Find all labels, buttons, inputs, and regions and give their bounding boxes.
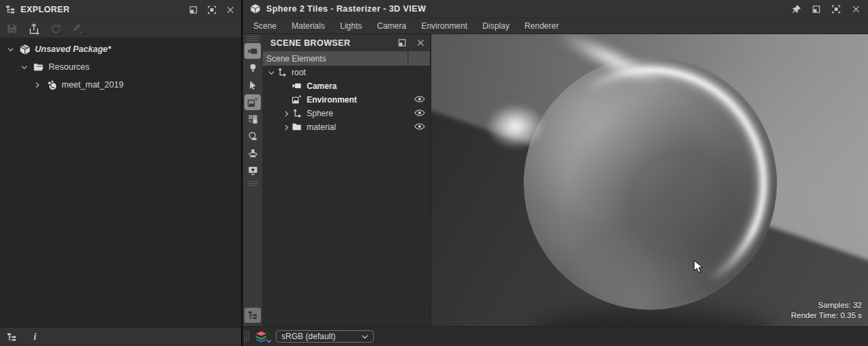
axes-icon bbox=[277, 67, 288, 78]
color-profile-value: sRGB (default) bbox=[281, 332, 357, 341]
sphere-geometry-icon[interactable] bbox=[244, 129, 261, 144]
explorer-toolbar bbox=[0, 19, 241, 38]
scene-browser-title: SCENE BROWSER bbox=[270, 38, 390, 48]
tree-item-label: Resources bbox=[49, 62, 90, 72]
scene-item-sphere[interactable]: Sphere bbox=[263, 107, 430, 120]
viewport-tool-column bbox=[243, 34, 262, 326]
3d-view-menubar: Scene Materials Lights Camera Environmen… bbox=[243, 18, 868, 34]
tree-view-icon bbox=[5, 5, 15, 14]
display-settings-icon[interactable] bbox=[244, 163, 261, 178]
menu-camera[interactable]: Camera bbox=[370, 18, 414, 34]
menu-display[interactable]: Display bbox=[475, 18, 517, 34]
scene-elements-column-header[interactable]: Scene Elements bbox=[263, 51, 430, 66]
chevron-down-icon[interactable] bbox=[5, 44, 15, 54]
restore-icon[interactable] bbox=[810, 3, 821, 14]
scene-browser-header: SCENE BROWSER bbox=[263, 34, 430, 51]
menu-renderer[interactable]: Renderer bbox=[517, 18, 566, 34]
rendered-sphere bbox=[524, 57, 777, 310]
chevron-down-icon[interactable] bbox=[266, 68, 277, 77]
eye-icon[interactable] bbox=[414, 95, 426, 105]
tree-item-label: meet_mat_2019 bbox=[62, 80, 123, 90]
import-package-icon[interactable] bbox=[26, 22, 41, 36]
restore-icon[interactable] bbox=[396, 38, 407, 49]
explorer-tree: Unsaved Package* Resources meet_mat_2019 bbox=[0, 38, 241, 327]
environment-image-icon bbox=[292, 94, 303, 105]
scene-item-label: root bbox=[292, 68, 426, 77]
menu-lights[interactable]: Lights bbox=[333, 18, 370, 34]
scene-item-root[interactable]: root bbox=[263, 66, 430, 79]
3d-view-title: Sphere 2 Tiles - Rasterizer - 3D VIEW bbox=[266, 4, 785, 14]
chevron-spacer bbox=[281, 95, 292, 105]
tree-view-icon[interactable] bbox=[5, 331, 18, 343]
open-folder-icon bbox=[33, 62, 44, 73]
mouse-cursor bbox=[693, 260, 704, 274]
menu-environment[interactable]: Environment bbox=[413, 18, 474, 34]
folder-icon bbox=[292, 122, 303, 133]
sphere-specular-hotspot bbox=[486, 104, 545, 149]
chevron-down-icon[interactable] bbox=[19, 62, 29, 72]
close-icon[interactable] bbox=[850, 3, 861, 14]
eye-icon[interactable] bbox=[414, 109, 426, 118]
pin-icon[interactable] bbox=[791, 3, 802, 14]
info-icon[interactable]: i bbox=[29, 331, 41, 343]
maximize-icon[interactable] bbox=[206, 4, 217, 15]
scene-item-label: Camera bbox=[307, 81, 426, 91]
render-stats: Samples: 32 Render Time: 0.35 s bbox=[791, 300, 862, 321]
cursor-icon[interactable] bbox=[244, 77, 261, 93]
sphere-rim-highlight bbox=[527, 60, 774, 306]
render-time-label: Render Time: 0.35 s bbox=[791, 310, 862, 321]
axes-icon bbox=[292, 108, 303, 119]
mannequin-icon[interactable] bbox=[244, 146, 261, 161]
color-layers-icon[interactable] bbox=[255, 330, 272, 343]
scene-browser-panel: SCENE BROWSER Scene Elements bbox=[262, 34, 430, 326]
scene-item-label: Sphere bbox=[307, 109, 414, 118]
camera-video-icon[interactable] bbox=[244, 43, 261, 59]
light-bulb-icon[interactable] bbox=[244, 60, 261, 76]
3d-view-window: Sphere 2 Tiles - Rasterizer - 3D VIEW Sc… bbox=[243, 0, 868, 346]
chevron-right-icon[interactable] bbox=[32, 80, 42, 90]
tree-item-meet-mat[interactable]: meet_mat_2019 bbox=[0, 76, 241, 94]
samples-label: Samples: 32 bbox=[791, 300, 862, 310]
restore-icon[interactable] bbox=[188, 4, 199, 15]
clean-icon[interactable] bbox=[70, 22, 85, 36]
chevron-right-icon[interactable] bbox=[281, 109, 292, 118]
save-icon[interactable] bbox=[4, 22, 19, 36]
close-icon[interactable] bbox=[415, 38, 426, 49]
tree-item-resources[interactable]: Resources bbox=[0, 58, 241, 76]
color-profile-select[interactable]: sRGB (default) bbox=[276, 330, 374, 343]
scene-item-label: Environment bbox=[307, 95, 414, 105]
explorer-panel: EXPLORER bbox=[0, 0, 241, 346]
tree-item-package[interactable]: Unsaved Package* bbox=[0, 40, 241, 58]
package-icon bbox=[19, 44, 31, 55]
drag-grip[interactable] bbox=[247, 36, 258, 41]
tree-view-icon[interactable] bbox=[244, 308, 261, 323]
maximize-icon[interactable] bbox=[830, 3, 841, 14]
scene-item-camera[interactable]: Camera bbox=[263, 79, 430, 93]
3d-viewport[interactable]: Samples: 32 Render Time: 0.35 s bbox=[430, 34, 868, 326]
visibility-column bbox=[409, 51, 430, 66]
3d-view-bottom-bar: sRGB (default) bbox=[243, 326, 868, 346]
explorer-title: EXPLORER bbox=[21, 5, 182, 14]
scene-item-material[interactable]: material bbox=[263, 120, 430, 134]
refresh-icon[interactable] bbox=[48, 22, 63, 36]
chevron-spacer bbox=[281, 81, 292, 91]
drag-grip[interactable] bbox=[244, 330, 249, 343]
scene-item-label: material bbox=[307, 122, 414, 132]
chevron-down-icon bbox=[361, 334, 368, 339]
texture-tiles-icon[interactable] bbox=[244, 111, 261, 127]
material-ball-icon bbox=[46, 79, 58, 91]
camera-video-icon bbox=[292, 81, 303, 92]
menu-materials[interactable]: Materials bbox=[284, 18, 333, 34]
column-header-label: Scene Elements bbox=[263, 51, 409, 66]
scene-item-environment[interactable]: Environment bbox=[263, 93, 430, 107]
explorer-bottom-bar: i bbox=[0, 327, 241, 346]
menu-scene[interactable]: Scene bbox=[246, 18, 284, 34]
tree-item-label: Unsaved Package* bbox=[35, 44, 111, 54]
cube-icon bbox=[250, 3, 261, 14]
eye-icon[interactable] bbox=[414, 122, 426, 132]
chevron-right-icon[interactable] bbox=[281, 122, 292, 132]
3d-view-titlebar: Sphere 2 Tiles - Rasterizer - 3D VIEW bbox=[243, 0, 868, 18]
close-icon[interactable] bbox=[225, 4, 235, 15]
environment-image-icon[interactable] bbox=[244, 94, 261, 110]
drag-grip[interactable] bbox=[247, 181, 258, 186]
